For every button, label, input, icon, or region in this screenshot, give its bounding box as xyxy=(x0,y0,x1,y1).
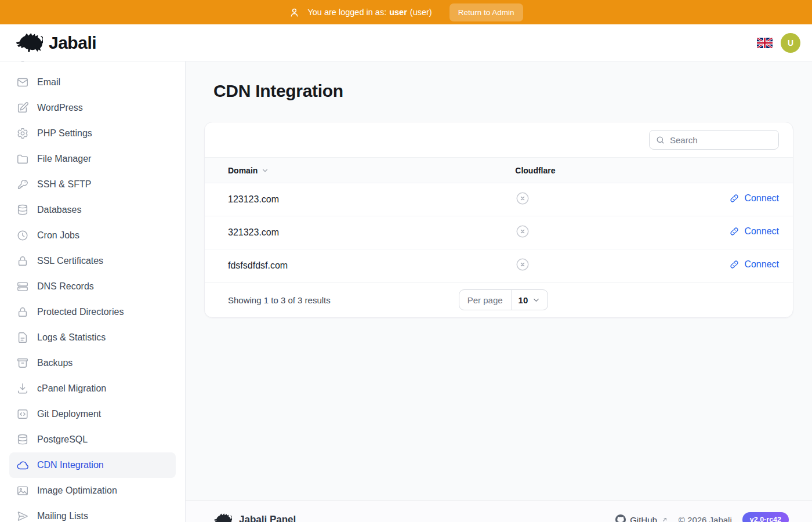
domains-table: Domain Cloudflare 123123.com xyxy=(205,157,793,282)
sidebar-item-backups[interactable]: Backups xyxy=(9,350,176,376)
domain-cell: fdsfsdfdsf.com xyxy=(205,249,510,282)
database-icon xyxy=(16,433,29,446)
pencil-square-icon xyxy=(16,102,29,114)
sidebar-item-cpanel-migration[interactable]: cPanel Migration xyxy=(9,376,176,401)
connect-link[interactable]: Connect xyxy=(729,259,779,270)
impersonation-banner: You are logged in as: user (user) Return… xyxy=(0,0,812,24)
results-summary: Showing 1 to 3 of 3 results xyxy=(228,295,412,305)
version-badge: v2.0-rc42 xyxy=(742,512,789,522)
sidebar-item-git-deployment[interactable]: Git Deployment xyxy=(9,401,176,427)
header-actions: U xyxy=(757,33,800,53)
server-icon xyxy=(16,280,29,293)
per-page-label: Per page xyxy=(459,290,512,310)
impersonated-username: user xyxy=(389,8,407,17)
user-avatar[interactable]: U xyxy=(781,33,800,53)
x-circle-icon xyxy=(515,224,530,239)
database-icon xyxy=(16,204,29,216)
clock-icon xyxy=(16,229,29,242)
table-row: 321323.com Connect xyxy=(205,216,793,249)
sidebar-item-mailing-lists[interactable]: Mailing Lists xyxy=(9,503,176,522)
domain-cell: 123123.com xyxy=(205,183,510,216)
sidebar-item-email[interactable]: Email xyxy=(9,70,176,95)
connect-link[interactable]: Connect xyxy=(729,193,779,204)
sidebar-item-cron-jobs[interactable]: Cron Jobs xyxy=(9,223,176,248)
lock-icon xyxy=(16,255,29,267)
paper-plane-icon xyxy=(16,510,29,522)
archive-icon xyxy=(16,357,29,369)
app-header: Jabali U xyxy=(0,24,812,61)
per-page-select[interactable]: Per page 10 xyxy=(459,289,549,310)
x-circle-icon xyxy=(515,257,530,272)
globe-icon xyxy=(16,61,29,63)
app-footer: Jabali Panel GitHub © 2026 Jabali v2.0-r… xyxy=(186,500,812,522)
github-link[interactable]: GitHub xyxy=(615,514,668,522)
copyright-text: © 2026 Jabali xyxy=(679,515,732,522)
cdn-table-card: Domain Cloudflare 123123.com xyxy=(204,122,793,318)
sidebar-item-cdn-integration[interactable]: CDN Integration xyxy=(9,452,176,478)
column-header-domain: Domain xyxy=(228,166,258,175)
document-icon xyxy=(16,331,29,344)
main-content: CDN Integration Domain xyxy=(186,61,812,522)
table-toolbar xyxy=(205,122,793,157)
cloudflare-status-cell xyxy=(510,183,669,216)
chevron-down-icon xyxy=(261,166,269,175)
page-title: CDN Integration xyxy=(213,81,793,101)
download-icon xyxy=(16,382,29,395)
user-icon xyxy=(289,7,300,18)
link-icon xyxy=(729,259,740,270)
external-link-icon xyxy=(661,516,668,522)
sidebar-item-file-manager[interactable]: File Manager xyxy=(9,146,176,172)
sidebar: Email WordPress PHP Settings File Manage… xyxy=(0,61,186,522)
footer-brand: Jabali Panel xyxy=(213,513,296,522)
sidebar-item-image-optimization[interactable]: Image Optimization xyxy=(9,478,176,503)
sidebar-item-postgresql[interactable]: PostgreSQL xyxy=(9,427,176,452)
connect-link[interactable]: Connect xyxy=(729,226,779,237)
search-box[interactable] xyxy=(649,130,779,150)
lock-icon xyxy=(16,306,29,318)
sort-domain-button[interactable]: Domain xyxy=(228,166,269,175)
key-icon xyxy=(16,178,29,191)
sidebar-item-ssh-sftp[interactable]: SSH & SFTP xyxy=(9,172,176,197)
actions-cell: Connect xyxy=(669,216,793,249)
sidebar-item-logs-statistics[interactable]: Logs & Statistics xyxy=(9,325,176,350)
cog-icon xyxy=(16,127,29,140)
link-icon xyxy=(729,226,740,237)
cloudflare-status-cell xyxy=(510,249,669,282)
search-icon xyxy=(655,135,665,145)
folder-icon xyxy=(16,153,29,165)
impersonated-role: (user) xyxy=(410,8,432,17)
sidebar-item-dns-records[interactable]: DNS Records xyxy=(9,274,176,299)
table-row: fdsfsdfdsf.com Connect xyxy=(205,249,793,282)
github-icon xyxy=(615,514,626,522)
code-icon xyxy=(16,408,29,420)
per-page-value: 10 xyxy=(519,295,528,305)
envelope-icon xyxy=(16,76,29,89)
actions-cell: Connect xyxy=(669,249,793,282)
table-header-row: Domain Cloudflare xyxy=(205,158,793,183)
link-icon xyxy=(729,193,740,204)
return-to-admin-button[interactable]: Return to Admin xyxy=(449,3,523,21)
cloud-icon xyxy=(16,459,29,472)
table-row: 123123.com Connect xyxy=(205,183,793,216)
x-circle-icon xyxy=(515,191,530,206)
search-input[interactable] xyxy=(670,135,773,145)
uk-flag-icon[interactable] xyxy=(757,38,773,48)
domain-cell: 321323.com xyxy=(205,216,510,249)
footer-brand-name: Jabali Panel xyxy=(239,514,296,522)
app-logo[interactable]: Jabali xyxy=(15,32,96,54)
logged-in-text: You are logged in as: user (user) xyxy=(307,8,432,17)
sidebar-item-databases[interactable]: Databases xyxy=(9,197,176,223)
boar-logo-icon xyxy=(213,513,232,522)
sidebar-item-php-settings[interactable]: PHP Settings xyxy=(9,121,176,146)
photo-icon xyxy=(16,484,29,497)
sidebar-item-ssl-certificates[interactable]: SSL Certificates xyxy=(9,248,176,274)
sidebar-item-protected-directories[interactable]: Protected Directories xyxy=(9,299,176,325)
actions-cell: Connect xyxy=(669,183,793,216)
chevron-down-icon xyxy=(532,296,541,304)
brand-name: Jabali xyxy=(49,33,96,53)
column-header-cloudflare: Cloudflare xyxy=(510,158,669,183)
sidebar-item-wordpress[interactable]: WordPress xyxy=(9,95,176,121)
sidebar-item-cut[interactable] xyxy=(9,61,176,70)
pagination-bar: Showing 1 to 3 of 3 results Per page 10 xyxy=(205,282,793,317)
boar-logo-icon xyxy=(15,32,43,54)
